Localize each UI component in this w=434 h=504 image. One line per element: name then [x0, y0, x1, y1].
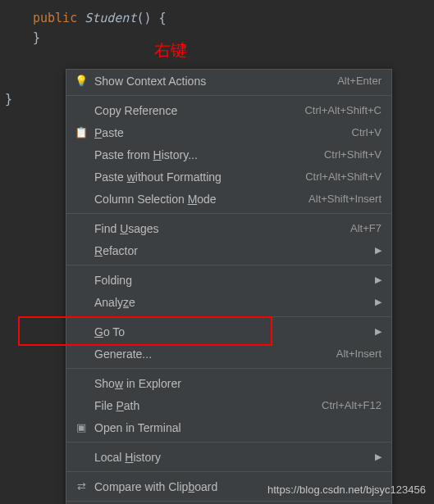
chevron-right-icon: ▶: [375, 452, 381, 462]
terminal-icon: ▣: [73, 421, 89, 434]
menu-local-history[interactable]: Local History ▶: [66, 446, 391, 468]
chevron-right-icon: ▶: [375, 326, 381, 337]
menu-paste[interactable]: 📋 Paste Ctrl+V: [66, 121, 391, 143]
menu-separator: [66, 442, 391, 443]
menu-show-explorer[interactable]: Show in Explorer: [66, 372, 391, 394]
menu-copy-reference[interactable]: Copy Reference Ctrl+Alt+Shift+C: [66, 99, 391, 121]
menu-file-path[interactable]: File Path Ctrl+Alt+F12: [66, 394, 391, 416]
watermark: https://blog.csdn.net/bjsyc123456: [267, 484, 426, 496]
menu-folding[interactable]: Folding ▶: [66, 269, 391, 291]
menu-separator: [66, 368, 391, 369]
menu-separator: [66, 213, 391, 214]
menu-open-terminal[interactable]: ▣ Open in Terminal: [66, 416, 391, 438]
menu-separator: [66, 265, 391, 266]
chevron-right-icon: ▶: [375, 297, 381, 307]
compare-icon: ⇄: [73, 480, 89, 493]
chevron-right-icon: ▶: [375, 275, 381, 285]
menu-separator: [66, 501, 391, 502]
code-editor[interactable]: public Student() { }: [0, 0, 434, 56]
chevron-right-icon: ▶: [375, 245, 381, 256]
menu-separator: [66, 471, 391, 472]
bulb-icon: 💡: [73, 75, 89, 87]
annotation-right-click: 右键: [154, 39, 187, 61]
close-brace: }: [33, 28, 401, 48]
menu-find-usages[interactable]: Find Usages Alt+F7: [66, 217, 391, 239]
menu-separator: [66, 95, 391, 96]
menu-column-selection[interactable]: Column Selection Mode Alt+Shift+Insert: [66, 188, 391, 210]
class-name: Student: [85, 11, 136, 25]
menu-paste-no-format[interactable]: Paste without Formatting Ctrl+Alt+Shift+…: [66, 166, 391, 188]
menu-separator: [66, 316, 391, 317]
keyword-public: public: [33, 11, 77, 25]
menu-paste-history[interactable]: Paste from History... Ctrl+Shift+V: [66, 143, 391, 166]
clipboard-icon: 📋: [73, 126, 89, 138]
menu-analyze[interactable]: Analyze ▶: [66, 291, 391, 313]
menu-refactor[interactable]: Refactor ▶: [66, 239, 391, 261]
outer-close-brace: }: [5, 92, 12, 107]
context-menu: 💡 Show Context Actions Alt+Enter Copy Re…: [66, 69, 392, 504]
menu-show-context-actions[interactable]: 💡 Show Context Actions Alt+Enter: [66, 70, 391, 92]
menu-generate[interactable]: Generate... Alt+Insert: [66, 343, 391, 365]
menu-goto[interactable]: Go To ▶: [66, 320, 391, 343]
